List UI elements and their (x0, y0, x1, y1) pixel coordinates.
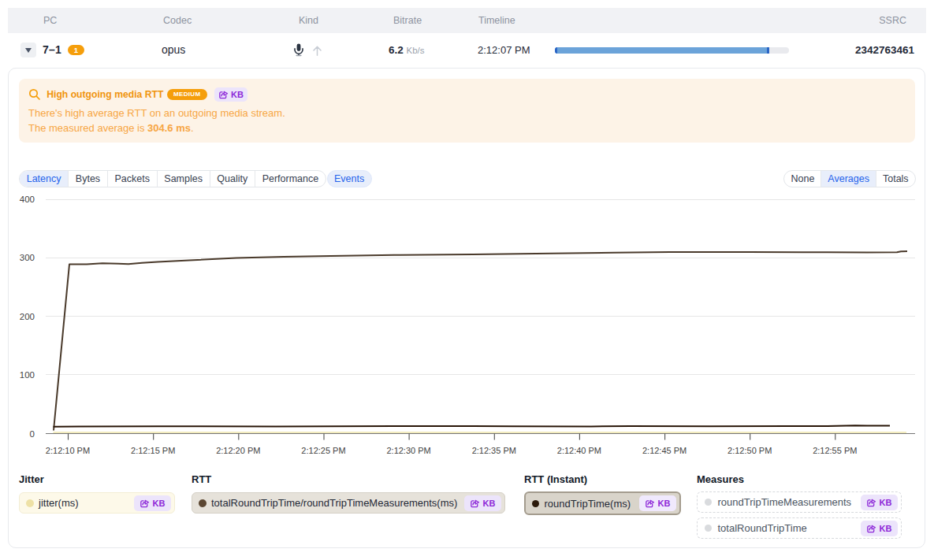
svg-text:2:12:55 PM: 2:12:55 PM (813, 446, 857, 455)
svg-text:0: 0 (30, 429, 35, 439)
svg-text:100: 100 (20, 370, 35, 380)
svg-text:2:12:30 PM: 2:12:30 PM (386, 446, 430, 455)
svg-text:2:12:35 PM: 2:12:35 PM (472, 446, 516, 455)
svg-text:2:12:15 PM: 2:12:15 PM (131, 446, 175, 455)
svg-text:2:12:10 PM: 2:12:10 PM (46, 446, 90, 455)
svg-text:400: 400 (20, 195, 35, 204)
svg-text:200: 200 (20, 312, 35, 321)
svg-text:2:12:50 PM: 2:12:50 PM (727, 446, 772, 455)
svg-text:2:12:40 PM: 2:12:40 PM (557, 446, 601, 455)
svg-text:2:12:25 PM: 2:12:25 PM (301, 446, 345, 455)
svg-text:300: 300 (20, 253, 35, 262)
svg-text:2:12:45 PM: 2:12:45 PM (642, 446, 687, 455)
svg-text:2:12:20 PM: 2:12:20 PM (216, 446, 260, 455)
